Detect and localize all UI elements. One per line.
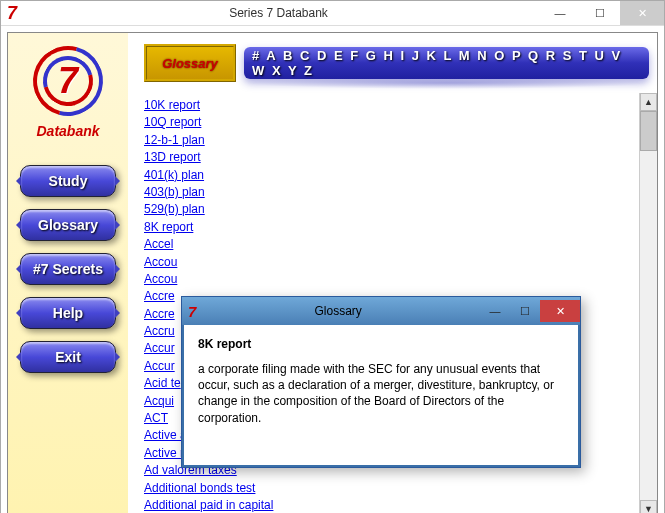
term-link[interactable]: 10Q report <box>144 114 639 131</box>
scroll-up-button[interactable]: ▲ <box>640 93 657 111</box>
term-link[interactable]: 401(k) plan <box>144 167 639 184</box>
term-link[interactable]: 13D report <box>144 149 639 166</box>
logo: 7 <box>28 41 108 121</box>
scroll-thumb[interactable] <box>640 111 657 151</box>
sidebar: 7 Databank Study Glossary #7 Secrets Hel… <box>8 33 128 513</box>
popup-controls: — ☐ ✕ <box>480 300 580 322</box>
term-link[interactable]: Accou <box>144 271 639 288</box>
term-link[interactable]: 10K report <box>144 97 639 114</box>
term-link[interactable]: 529(b) plan <box>144 201 639 218</box>
glossary-button[interactable]: Glossary <box>20 209 116 241</box>
popup-icon: 7 <box>188 303 196 320</box>
glossary-header: Glossary # A B C D E F G H I J K L M N O… <box>128 33 657 93</box>
help-button[interactable]: Help <box>20 297 116 329</box>
popup-term: 8K report <box>198 337 564 351</box>
secrets-button[interactable]: #7 Secrets <box>20 253 116 285</box>
popup-body: 8K report a corporate filing made with t… <box>182 325 580 467</box>
close-button[interactable]: ✕ <box>620 1 664 25</box>
alphabet-letters[interactable]: # A B C D E F G H I J K L M N O P Q R S … <box>252 48 641 78</box>
maximize-button[interactable]: ☐ <box>580 1 620 25</box>
main-window: 7 Series 7 Databank — ☐ ✕ 7 Databank Stu… <box>0 0 665 513</box>
main-titlebar[interactable]: 7 Series 7 Databank — ☐ ✕ <box>1 1 664 26</box>
study-button[interactable]: Study <box>20 165 116 197</box>
scroll-track[interactable] <box>640 151 657 500</box>
term-link[interactable]: 8K report <box>144 219 639 236</box>
popup-minimize-button[interactable]: — <box>480 300 510 322</box>
content-frame: 7 Databank Study Glossary #7 Secrets Hel… <box>1 26 664 513</box>
term-link[interactable]: Accou <box>144 254 639 271</box>
logo-brand-text: Databank <box>36 123 99 139</box>
alphabet-bar: # A B C D E F G H I J K L M N O P Q R S … <box>244 47 649 79</box>
scrollbar: ▲ ▼ <box>639 93 657 513</box>
term-link[interactable]: Additional paid in capital <box>144 497 639 513</box>
minimize-button[interactable]: — <box>540 1 580 25</box>
term-link[interactable]: 12-b-1 plan <box>144 132 639 149</box>
glossary-badge: Glossary <box>144 44 236 82</box>
term-link[interactable]: Accel <box>144 236 639 253</box>
popup-definition: a corporate filing made with the SEC for… <box>198 361 564 426</box>
term-link[interactable]: 403(b) plan <box>144 184 639 201</box>
logo-numeral: 7 <box>58 60 78 102</box>
scroll-down-button[interactable]: ▼ <box>640 500 657 513</box>
popup-close-button[interactable]: ✕ <box>540 300 580 322</box>
popup-title: Glossary <box>196 304 480 318</box>
exit-button[interactable]: Exit <box>20 341 116 373</box>
popup-titlebar[interactable]: 7 Glossary — ☐ ✕ <box>182 297 580 325</box>
popup-maximize-button[interactable]: ☐ <box>510 300 540 322</box>
window-controls: — ☐ ✕ <box>540 1 664 25</box>
window-title: Series 7 Databank <box>17 6 540 20</box>
app-icon: 7 <box>7 3 17 24</box>
term-link[interactable]: Additional bonds test <box>144 480 639 497</box>
glossary-popup: 7 Glossary — ☐ ✕ 8K report a corporate f… <box>181 296 581 468</box>
